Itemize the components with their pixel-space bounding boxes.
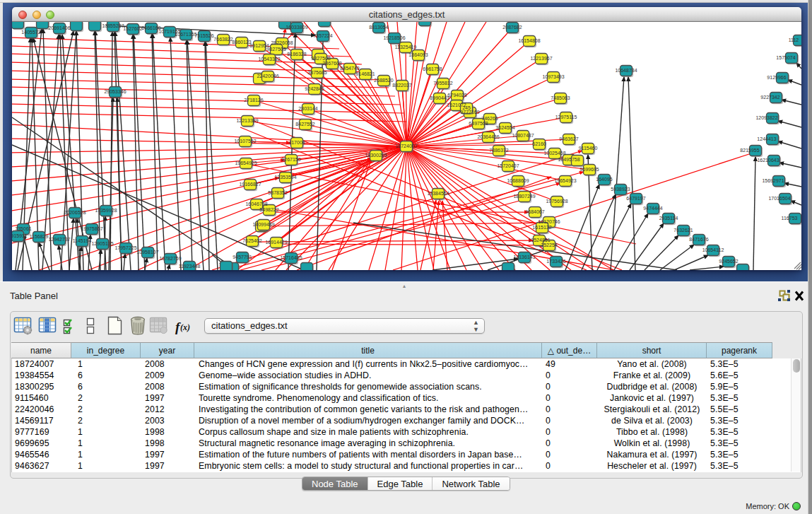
svg-text:7515526: 7515526 <box>194 33 213 38</box>
svg-text:9457791: 9457791 <box>233 255 252 259</box>
svg-text:735061: 735061 <box>15 226 31 231</box>
svg-text:18724007: 18724007 <box>395 144 417 148</box>
svg-text:10543382: 10543382 <box>258 57 280 62</box>
svg-text:19384554: 19384554 <box>427 191 449 196</box>
svg-text:8267150: 8267150 <box>281 157 300 162</box>
svg-text:9115460: 9115460 <box>579 146 598 151</box>
svg-text:10648784: 10648784 <box>615 68 637 73</box>
svg-text:417004: 417004 <box>288 140 305 145</box>
svg-text:1575074: 1575074 <box>776 55 795 60</box>
svg-text:2867608: 2867608 <box>322 61 341 66</box>
svg-text:12905135: 12905135 <box>91 241 113 246</box>
svg-text:14099489: 14099489 <box>252 222 274 227</box>
svg-text:7625402: 7625402 <box>242 238 261 243</box>
svg-text:15720407: 15720407 <box>497 163 519 168</box>
svg-text:17016504: 17016504 <box>768 196 790 201</box>
svg-text:9245652: 9245652 <box>719 259 738 264</box>
svg-text:9684067: 9684067 <box>525 209 544 214</box>
svg-text:19975867: 19975867 <box>81 226 102 231</box>
svg-text:29053346: 29053346 <box>104 89 126 94</box>
svg-text:11923448: 11923448 <box>179 264 201 269</box>
svg-text:6794028: 6794028 <box>447 93 466 98</box>
svg-text:17957225: 17957225 <box>114 245 136 250</box>
svg-text:16210643: 16210643 <box>757 158 779 163</box>
svg-text:2588520: 2588520 <box>374 78 393 83</box>
svg-text:746266: 746266 <box>481 116 498 121</box>
svg-text:19654923: 19654923 <box>554 178 576 183</box>
svg-text:15692971: 15692971 <box>762 178 784 183</box>
svg-text:3875685: 3875685 <box>307 70 326 75</box>
svg-text:9827503: 9827503 <box>266 47 286 52</box>
svg-text:7485063: 7485063 <box>551 95 570 100</box>
svg-text:10688609: 10688609 <box>507 178 529 183</box>
svg-text:10025458: 10025458 <box>543 151 565 156</box>
svg-text:252254: 252254 <box>541 243 557 247</box>
svg-text:20691406: 20691406 <box>48 25 70 30</box>
svg-text:16495758: 16495758 <box>558 157 579 162</box>
svg-text:2803144: 2803144 <box>298 106 317 111</box>
svg-text:8186328: 8186328 <box>287 52 306 57</box>
svg-text:10807487: 10807487 <box>512 133 534 138</box>
svg-text:8813054: 8813054 <box>369 25 388 30</box>
svg-text:19166827: 19166827 <box>239 182 261 187</box>
svg-text:12093822: 12093822 <box>755 115 777 120</box>
svg-text:10958107: 10958107 <box>136 250 158 255</box>
svg-text:20206528: 20206528 <box>64 210 86 215</box>
svg-text:9146821: 9146821 <box>355 71 375 76</box>
svg-text:15716485: 15716485 <box>280 255 302 260</box>
svg-text:12942737: 12942737 <box>48 237 70 242</box>
svg-text:1145194: 1145194 <box>73 238 92 243</box>
svg-text:9242845: 9242845 <box>305 86 324 91</box>
svg-text:10973493: 10973493 <box>542 74 564 79</box>
svg-text:1733426: 1733426 <box>546 259 565 264</box>
svg-text:7886372: 7886372 <box>489 148 508 153</box>
svg-text:22420046: 22420046 <box>257 74 278 78</box>
svg-text:8471676: 8471676 <box>689 237 708 242</box>
svg-text:9129966: 9129966 <box>767 75 786 80</box>
svg-text:19756928: 19756928 <box>546 199 567 204</box>
svg-text:9227342: 9227342 <box>760 95 779 100</box>
svg-text:164095: 164095 <box>596 177 612 182</box>
svg-text:18807249: 18807249 <box>513 194 535 199</box>
svg-text:9463627: 9463627 <box>559 136 578 141</box>
svg-text:11325419: 11325419 <box>395 45 417 49</box>
svg-text:17359928: 17359928 <box>95 208 117 213</box>
svg-text:7632621: 7632621 <box>673 228 693 233</box>
svg-text:10855287: 10855287 <box>102 23 124 28</box>
svg-text:12213389: 12213389 <box>236 118 258 123</box>
svg-text:3915911: 3915911 <box>12 233 27 238</box>
svg-text:19218506: 19218506 <box>383 35 405 40</box>
svg-text:12213967: 12213967 <box>530 56 552 61</box>
svg-text:8990443: 8990443 <box>430 95 449 100</box>
svg-text:9699695: 9699695 <box>579 167 599 172</box>
svg-text:19654925: 19654925 <box>235 160 257 165</box>
svg-text:28226058: 28226058 <box>271 40 293 45</box>
svg-text:19524861: 19524861 <box>528 238 550 243</box>
svg-text:5938923: 5938923 <box>611 187 630 192</box>
svg-text:12353594: 12353594 <box>274 175 296 180</box>
svg-text:18300295: 18300295 <box>365 153 387 158</box>
svg-text:8822037: 8822037 <box>392 83 411 88</box>
svg-text:16782759: 16782759 <box>159 256 181 261</box>
svg-text:8860123: 8860123 <box>232 40 251 45</box>
svg-text:245: 245 <box>462 105 471 110</box>
svg-text:1864093: 1864093 <box>408 52 428 57</box>
svg-text:10120746: 10120746 <box>538 219 560 224</box>
svg-text:5498222: 5498222 <box>259 207 278 212</box>
svg-text:2087682: 2087682 <box>502 25 522 30</box>
svg-text:9777169: 9777169 <box>460 110 479 115</box>
svg-text:7955812: 7955812 <box>433 81 452 86</box>
svg-text:1156829: 1156829 <box>30 234 49 239</box>
svg-text:5878352: 5878352 <box>268 190 287 195</box>
svg-text:1244413: 1244413 <box>757 136 776 141</box>
svg-text:14136141: 14136141 <box>513 255 535 259</box>
svg-text:8427552: 8427552 <box>295 122 314 127</box>
svg-text:1527602: 1527602 <box>123 26 142 31</box>
svg-text:8454749: 8454749 <box>340 66 359 71</box>
svg-text:7663822: 7663822 <box>213 37 233 42</box>
svg-text:16154808: 16154808 <box>518 38 540 43</box>
svg-text:16914479: 16914479 <box>265 240 287 245</box>
svg-text:16046798: 16046798 <box>245 201 267 206</box>
svg-text:6497568: 6497568 <box>469 121 488 126</box>
svg-text:16033809: 16033809 <box>286 25 307 30</box>
